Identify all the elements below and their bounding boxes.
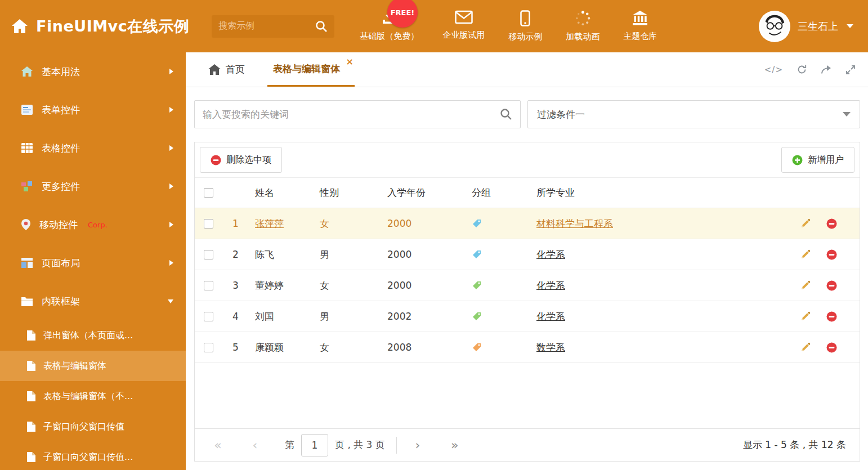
chevron-right-icon bbox=[169, 145, 173, 151]
fullscreen-icon[interactable] bbox=[845, 65, 856, 75]
cell-gender: 男 bbox=[313, 310, 381, 323]
add-user-button[interactable]: 新增用户 bbox=[781, 147, 854, 173]
col-header-group[interactable]: 分组 bbox=[465, 186, 530, 199]
app-title: FineUIMvc在线示例 bbox=[36, 16, 189, 37]
cell-gender: 男 bbox=[313, 248, 381, 261]
col-header-major[interactable]: 所学专业 bbox=[530, 186, 772, 199]
page-number-input[interactable] bbox=[301, 434, 328, 456]
table-row[interactable]: 2 陈飞 男 2000 化学系 bbox=[195, 239, 860, 270]
cell-year: 2000 bbox=[381, 280, 465, 291]
row-checkbox[interactable] bbox=[204, 219, 213, 229]
delete-selected-button[interactable]: 删除选中项 bbox=[200, 147, 282, 173]
keyword-search-input[interactable] bbox=[203, 109, 500, 120]
next-page-button[interactable]: › bbox=[408, 438, 427, 452]
file-icon bbox=[27, 452, 35, 462]
chevron-right-icon bbox=[169, 69, 173, 74]
tag-icon bbox=[465, 249, 530, 259]
row-checkbox[interactable] bbox=[204, 312, 213, 321]
pin-icon bbox=[21, 219, 30, 230]
tab-grid-edit-window[interactable]: 表格与编辑窗体 × bbox=[267, 52, 355, 87]
tag-icon bbox=[465, 342, 530, 352]
user-menu[interactable]: 三生石上 bbox=[759, 11, 853, 42]
app-window: FineUIMvc在线示例 搜索示例 FREE! 基础版（免费） 企业版试用 bbox=[0, 0, 868, 470]
delete-minus-icon[interactable] bbox=[826, 280, 837, 291]
search-icon[interactable] bbox=[500, 108, 512, 120]
code-icon[interactable]: </> bbox=[764, 65, 783, 75]
delete-minus-icon[interactable] bbox=[826, 311, 837, 322]
grid-panel: 删除选中项 新增用户 姓名 性别 入学年份 分组 bbox=[194, 142, 860, 462]
chevron-down-icon bbox=[843, 112, 851, 117]
edit-pencil-icon[interactable] bbox=[800, 280, 811, 290]
nav-theme-store[interactable]: 主题仓库 bbox=[611, 10, 669, 42]
cell-year: 2000 bbox=[381, 249, 465, 260]
sidebar-subitem-child-to-parent-2[interactable]: 子窗口向父窗口传值... bbox=[0, 442, 186, 470]
bank-icon bbox=[632, 10, 648, 26]
chevron-right-icon bbox=[169, 107, 173, 113]
table-row[interactable]: 4 刘国 男 2002 化学系 bbox=[195, 301, 860, 332]
edit-pencil-icon[interactable] bbox=[800, 311, 811, 321]
cell-name: 董婷婷 bbox=[248, 279, 313, 292]
refresh-icon[interactable] bbox=[797, 64, 807, 75]
col-header-year[interactable]: 入学年份 bbox=[381, 186, 465, 199]
delete-minus-icon[interactable] bbox=[826, 218, 837, 229]
table-row[interactable]: 1 张萍萍 女 2000 材料科学与工程系 bbox=[195, 208, 860, 239]
nav-loading-animation[interactable]: 加载动画 bbox=[554, 10, 611, 42]
major-link[interactable]: 化学系 bbox=[536, 311, 565, 322]
edit-pencil-icon[interactable] bbox=[800, 249, 811, 259]
delete-minus-icon[interactable] bbox=[826, 342, 837, 353]
table-row[interactable]: 3 董婷婷 女 2000 化学系 bbox=[195, 270, 860, 301]
nav-label: 主题仓库 bbox=[623, 31, 657, 42]
row-checkbox[interactable] bbox=[204, 250, 213, 259]
envelope-icon bbox=[455, 10, 473, 25]
major-link[interactable]: 化学系 bbox=[536, 280, 565, 291]
sidebar-subitem-popup-window[interactable]: 弹出窗体（本页面或... bbox=[0, 320, 186, 351]
row-number: 5 bbox=[226, 342, 248, 353]
blocks-icon bbox=[21, 181, 33, 191]
header-search-input[interactable]: 搜索示例 bbox=[212, 15, 334, 38]
sidebar-item-grid-controls[interactable]: 表格控件 bbox=[0, 129, 186, 167]
sidebar-item-basic-usage[interactable]: 基本用法 bbox=[0, 52, 186, 91]
row-checkbox[interactable] bbox=[204, 281, 213, 290]
table-row[interactable]: 5 康颖颖 女 2008 数学系 bbox=[195, 332, 860, 363]
search-icon[interactable] bbox=[315, 20, 328, 33]
avatar bbox=[759, 11, 790, 42]
sidebar-item-more-controls[interactable]: 更多控件 bbox=[0, 167, 186, 205]
mobile-icon bbox=[520, 10, 530, 26]
sidebar-item-page-layout[interactable]: 页面布局 bbox=[0, 244, 186, 282]
cell-name: 陈飞 bbox=[248, 248, 313, 261]
delete-minus-icon[interactable] bbox=[826, 249, 837, 260]
sidebar-item-form-controls[interactable]: 表单控件 bbox=[0, 91, 186, 129]
tab-home[interactable]: 首页 bbox=[203, 52, 250, 87]
chevron-down-icon bbox=[168, 299, 173, 303]
app-logo[interactable]: FineUIMvc在线示例 bbox=[11, 16, 189, 37]
col-header-gender[interactable]: 性别 bbox=[313, 186, 381, 199]
share-icon[interactable] bbox=[821, 65, 832, 74]
plus-circle-icon bbox=[792, 155, 803, 165]
main-area: 首页 表格与编辑窗体 × </> bbox=[186, 52, 868, 470]
sidebar-subitem-grid-edit-window[interactable]: 表格与编辑窗体 bbox=[0, 351, 186, 381]
sidebar-item-inline-frame[interactable]: 内联框架 bbox=[0, 282, 186, 320]
edit-pencil-icon[interactable] bbox=[800, 218, 811, 229]
col-header-name[interactable]: 姓名 bbox=[248, 186, 313, 199]
nav-mobile-demo[interactable]: 移动示例 bbox=[496, 10, 554, 42]
close-icon[interactable]: × bbox=[346, 57, 354, 66]
filter-dropdown-value: 过滤条件一 bbox=[537, 108, 585, 121]
nav-enterprise-trial[interactable]: 企业版试用 bbox=[431, 10, 496, 42]
first-page-button[interactable]: « bbox=[208, 438, 227, 452]
major-link[interactable]: 材料科学与工程系 bbox=[536, 218, 613, 229]
sidebar-subitem-grid-edit-window-2[interactable]: 表格与编辑窗体（不... bbox=[0, 381, 186, 411]
major-link[interactable]: 化学系 bbox=[536, 249, 565, 260]
prev-page-button[interactable]: ‹ bbox=[245, 438, 265, 452]
pagination-summary: 显示 1 - 5 条 , 共 12 条 bbox=[743, 438, 846, 451]
select-all-checkbox[interactable] bbox=[204, 188, 213, 198]
edit-pencil-icon[interactable] bbox=[800, 342, 811, 352]
row-checkbox[interactable] bbox=[204, 343, 213, 352]
sidebar-subitem-child-to-parent[interactable]: 子窗口向父窗口传值 bbox=[0, 411, 186, 442]
last-page-button[interactable]: » bbox=[445, 438, 464, 452]
major-link[interactable]: 数学系 bbox=[536, 342, 565, 353]
sidebar-item-mobile-controls[interactable]: 移动控件 Corp. bbox=[0, 205, 186, 244]
grid-toolbar: 删除选中项 新增用户 bbox=[195, 142, 860, 177]
username: 三生石上 bbox=[798, 20, 838, 33]
cell-gender: 女 bbox=[313, 279, 381, 292]
filter-dropdown[interactable]: 过滤条件一 bbox=[527, 100, 860, 128]
